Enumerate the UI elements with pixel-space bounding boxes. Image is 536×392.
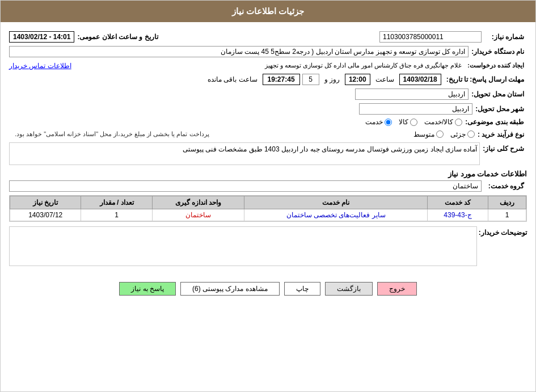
tabaqe-radio-group: کالا/خدمت کالا خدمت (365, 118, 462, 126)
ijad-value: غلام جهانگیری فره جناق کارشناس امور مالی… (71, 61, 465, 70)
col-kod: کد خدمت (427, 196, 488, 209)
now-radio-group: جزئی متوسط (413, 130, 475, 138)
countdown: 19:27:45 (263, 74, 300, 85)
khadamat-label: خدمت (365, 118, 383, 126)
mohlat-saat: 12:00 (345, 74, 370, 85)
mohlat-saat-label: ساعت (373, 74, 397, 85)
radio-kala-khadamat[interactable] (455, 119, 462, 126)
cell-tarikh: 1403/07/12 (10, 209, 81, 221)
radio-kala[interactable] (410, 119, 417, 126)
cell-vahed: ساختمان (152, 209, 244, 221)
shahr-label: شهر محل تحویل: (472, 105, 527, 113)
shahr-value: اردبیل (359, 103, 472, 115)
goroh-value: ساختمان (9, 180, 482, 192)
radio-jazii[interactable] (467, 130, 475, 138)
col-vahed: واحد اندازه گیری (152, 196, 244, 209)
cell-kod: ج-43-439 (427, 209, 488, 221)
sharh-value: آماده سازی ایجاد زمین ورزشی فوتسال مدرسه… (9, 142, 480, 165)
ostan-label: استان محل تحویل: (469, 90, 527, 98)
chap-button[interactable]: چاپ (284, 282, 320, 296)
tabaqe-label: طبقه بندی موضوعی: (462, 118, 527, 126)
col-radif: ردیف (488, 196, 526, 209)
cell-radif: 1 (488, 209, 526, 221)
radio-khadamat[interactable] (385, 119, 392, 126)
naam-dastgah-value: اداره کل توسازی توسعه و تجهیز مدارس استا… (9, 46, 469, 57)
motavassit-label: متوسط (413, 130, 434, 138)
mohlat-date: 1403/02/18 (399, 74, 441, 85)
ijad-link[interactable]: اطلاعات تماس خریدار (9, 62, 71, 70)
notice-text: پرداخت تمام یا بخشی از مبلغ خرید،از محل … (9, 129, 209, 139)
goroh-label: گروه خدمت: (482, 182, 527, 190)
sharh-label: شرح کلی نیاز: (480, 142, 527, 153)
jazii-label: جزئی (450, 130, 466, 138)
mohlat-rooz: 5 (302, 74, 319, 85)
tawzih-textarea[interactable] (9, 226, 477, 266)
tawzih-label: توضیحات خریدار: (482, 226, 527, 237)
cell-naam: سایر فعالیت‌های تخصصی ساختمان (244, 209, 428, 221)
radio-motavassit[interactable] (436, 130, 444, 138)
tawzih-section: توضیحات خریدار: (9, 226, 527, 266)
now-farayand-label: نوع فرآیند خرید : (475, 130, 527, 138)
tarikh-value: 1403/02/12 - 14:01 (9, 31, 74, 43)
khoroj-button[interactable]: خروج (377, 282, 417, 296)
moshahedeh-button[interactable]: مشاهده مدارک پیوستی (6) (180, 282, 280, 296)
bazgasht-button[interactable]: بازگشت (325, 282, 373, 296)
ostan-value: اردبیل (355, 88, 469, 100)
table-row: 1 ج-43-439 سایر فعالیت‌های تخصصی ساختمان… (10, 209, 526, 221)
col-naam: نام خدمت (244, 196, 428, 209)
kala-label: کالا (399, 118, 408, 126)
services-table: ردیف کد خدمت نام خدمت واحد اندازه گیری ت… (9, 195, 527, 222)
pasokh-button[interactable]: پاسخ به نیاز (119, 282, 176, 296)
footer-buttons: پاسخ به نیاز مشاهده مدارک پیوستی (6) چاپ… (1, 276, 535, 301)
countdown-label: ساعت باقی مانده (205, 74, 260, 85)
mohlat-rooz-label: روز و (322, 74, 343, 85)
page-header: جزئیات اطلاعات نیاز (1, 1, 535, 22)
kala-khadamat-label: کالا/خدمت (424, 118, 453, 126)
cell-tedad: 1 (81, 209, 152, 221)
shomara-niaz-label: شماره نیاز: (482, 33, 527, 41)
mohlat-label: مهلت ارسال پاسخ: تا تاریخ: (444, 75, 527, 83)
col-tedad: تعداد / مقدار (81, 196, 152, 209)
tarikh-label: تاریخ و ساعت اعلان عمومی: (74, 33, 161, 41)
section-title: اطلاعات خدمات مورد نیاز (9, 170, 527, 178)
page-title: جزئیات اطلاعات نیاز (232, 6, 304, 16)
shomara-niaz-value: 1103003785000011 (379, 31, 482, 43)
col-tarikh: تاریخ نیاز (10, 196, 81, 209)
ijad-label: ایجاد کننده درخواست: (465, 62, 527, 69)
naam-dastgah-label: نام دستگاه خریدار: (469, 48, 527, 56)
